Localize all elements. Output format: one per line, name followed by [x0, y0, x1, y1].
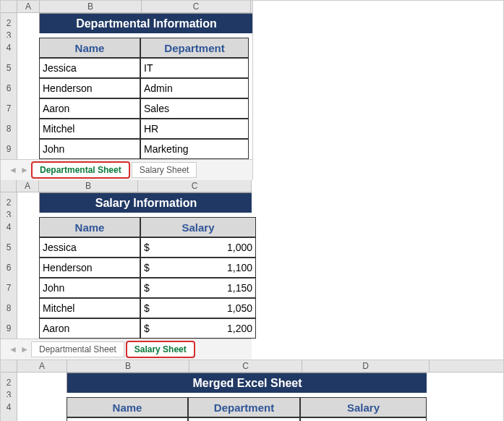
row-5[interactable]: 5	[1, 417, 17, 421]
col-C[interactable]: C	[189, 360, 302, 372]
row-4[interactable]: 4	[1, 38, 17, 58]
cell-name[interactable]: Aaron	[39, 318, 140, 339]
row-5[interactable]: 5	[1, 58, 17, 78]
row-6[interactable]: 6	[1, 258, 17, 278]
column-headers: A B C	[1, 180, 252, 192]
cell-name[interactable]: John	[39, 278, 140, 298]
col-B[interactable]: B	[67, 360, 189, 372]
row-6[interactable]: 6	[1, 78, 17, 98]
salary-header-name: Name	[39, 217, 140, 237]
col-A[interactable]: A	[17, 1, 40, 12]
dept-title: Departmental Information	[39, 13, 252, 33]
tab-salary[interactable]: Salary Sheet	[132, 162, 197, 178]
salary-header-salary: Salary	[140, 217, 256, 237]
cell-dept[interactable]: Marketing	[140, 139, 249, 159]
col-B[interactable]: B	[40, 1, 142, 12]
cell-name[interactable]: Aaron	[39, 98, 140, 119]
sheet-tabbar: ◄ ► Departmental Sheet Salary Sheet	[1, 339, 252, 360]
cell-name[interactable]: Jessica	[39, 58, 140, 78]
row-7[interactable]: 7	[1, 278, 17, 298]
departmental-pane: A B C 2Departmental Information 3 4NameD…	[1, 1, 253, 180]
row-7[interactable]: 7	[1, 98, 17, 119]
col-A[interactable]: A	[17, 180, 38, 192]
tab-next-icon[interactable]: ►	[20, 165, 30, 175]
col-C[interactable]: C	[142, 1, 251, 12]
row-8[interactable]: 8	[1, 298, 17, 318]
cell-dept[interactable]: Admin	[140, 78, 249, 98]
cell-salary[interactable]: $1,150	[140, 278, 256, 298]
cell-salary[interactable]: $1,000	[300, 417, 427, 421]
sheet-tabbar: ◄ ► Departmental Sheet Salary Sheet	[1, 159, 252, 180]
col-A[interactable]: A	[17, 360, 67, 372]
dept-header-name: Name	[39, 38, 140, 58]
col-C[interactable]: C	[138, 180, 252, 192]
row-4[interactable]: 4	[1, 397, 17, 417]
tab-departmental[interactable]: Departmental Sheet	[31, 341, 124, 357]
cell-name[interactable]: Mitchel	[39, 119, 140, 139]
tab-departmental[interactable]: Departmental Sheet	[31, 161, 130, 179]
cell-name[interactable]: Mitchel	[39, 298, 140, 318]
merged-title: Merged Excel Sheet	[67, 373, 427, 393]
salary-pane: A B C 2Salary Information 3 4NameSalary …	[1, 180, 252, 360]
row-4[interactable]: 4	[1, 217, 17, 237]
column-headers: A B C	[1, 1, 252, 13]
row-9[interactable]: 9	[1, 139, 17, 159]
cell-salary[interactable]: $1,050	[140, 298, 256, 318]
cell-name[interactable]: Henderson	[39, 78, 140, 98]
cell-dept[interactable]: Sales	[140, 98, 249, 119]
cell-dept[interactable]: IT	[140, 58, 249, 78]
row-9[interactable]: 9	[1, 318, 17, 339]
tab-next-icon[interactable]: ►	[20, 344, 30, 354]
salary-title: Salary Information	[39, 192, 252, 213]
cell-salary[interactable]: $1,100	[140, 258, 256, 278]
cell-name[interactable]: Henderson	[39, 258, 140, 278]
row-5[interactable]: 5	[1, 237, 17, 258]
cell-dept[interactable]: HR	[140, 119, 249, 139]
row-8[interactable]: 8	[1, 119, 17, 139]
col-B[interactable]: B	[39, 180, 138, 192]
tab-prev-icon[interactable]: ◄	[8, 165, 18, 175]
cell-salary[interactable]: $1,200	[140, 318, 256, 339]
tab-prev-icon[interactable]: ◄	[8, 344, 18, 354]
merged-header-dept: Department	[188, 397, 300, 417]
tab-salary[interactable]: Salary Sheet	[126, 341, 195, 358]
merged-header-name: Name	[67, 397, 188, 417]
cell-salary[interactable]: $1,000	[140, 237, 256, 258]
merged-header-salary: Salary	[300, 397, 427, 417]
cell-name[interactable]: Jessica	[39, 237, 140, 258]
cell-name[interactable]: John	[39, 139, 140, 159]
merged-pane: A B C D 2Merged Excel Sheet 3 4NameDepar…	[1, 360, 503, 421]
cell-dept[interactable]: IT	[188, 417, 300, 421]
col-D[interactable]: D	[302, 360, 430, 372]
dept-header-dept: Department	[140, 38, 249, 58]
column-headers: A B C D	[1, 360, 503, 373]
cell-name[interactable]: Jessica	[67, 417, 188, 421]
